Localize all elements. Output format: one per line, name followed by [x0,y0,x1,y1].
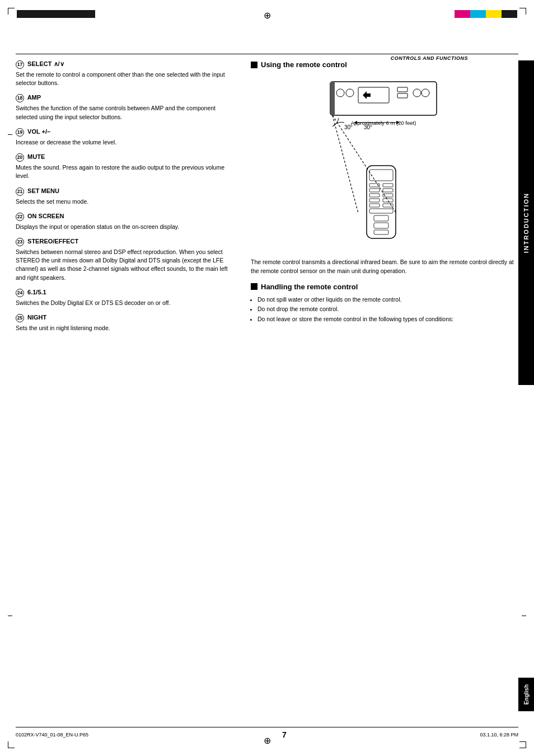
svg-rect-23 [383,189,393,192]
remote-diagram-container: 30° 30° Approximately 6 m (20 feet) [313,73,453,253]
heading-square-icon [251,62,257,68]
main-content: 17 SELECT ∧/∨ Set the remote to control … [16,60,516,722]
english-sidebar: English [518,678,534,711]
introduction-label: INTRODUCTION [523,192,530,253]
circle-20: 20 [16,153,24,162]
circle-22: 22 [16,213,24,221]
svg-rect-9 [330,82,335,115]
svg-rect-27 [383,199,393,202]
svg-point-2 [346,89,354,97]
section-22: 22 ON SCREEN Displays the input or opera… [16,213,234,231]
section-20: 20 MUTE Mutes the sound. Press again to … [16,153,234,180]
svg-rect-19 [369,170,393,181]
handling-bullet-2: Do not drop the remote control. [257,305,516,314]
svg-rect-22 [369,189,380,192]
svg-rect-26 [369,199,380,202]
section-25: 25 NIGHT Sets the unit in night listenin… [16,314,234,332]
section-20-body: Mutes the sound. Press again to restore … [16,163,234,180]
section-17-body: Set the remote to control a component ot… [16,71,234,87]
section-22-body: Displays the input or operation status o… [16,223,234,231]
svg-rect-31 [374,215,388,221]
heading-square-2-icon [251,283,257,290]
handling-bullets-list: Do not spill water or other liquids on t… [251,295,516,324]
english-label: English [523,684,530,705]
section-23-body: Switches between normal stereo and DSP e… [16,248,234,282]
svg-point-7 [413,89,421,97]
svg-point-1 [336,89,344,97]
svg-marker-4 [363,91,371,99]
section-18-title: 18 AMP [16,94,234,102]
right-column: Using the remote control [251,60,516,325]
svg-rect-21 [383,184,393,187]
section-18-body: Switches the function of the same contro… [16,104,234,121]
section-21-body: Selects the set menu mode. [16,198,234,206]
section-21: 21 SET MENU Selects the set menu mode. [16,187,234,206]
svg-rect-24 [369,194,380,197]
footer-page-number: 7 [282,730,287,739]
crosshair-top: ⊕ [264,10,271,21]
circle-23: 23 [16,238,24,246]
header-divider [16,54,518,54]
circle-17: 17 [16,60,24,69]
svg-rect-30 [369,209,393,213]
handling-bullet-3: Do not leave or store the remote control… [257,315,516,324]
svg-rect-0 [330,82,437,115]
circle-19: 19 [16,128,24,137]
using-remote-desc: The remote control transmits a direction… [251,258,516,276]
svg-point-8 [421,89,429,97]
section-22-title: 22 ON SCREEN [16,213,234,221]
right-edge-mark-bottom [522,616,526,616]
left-edge-mark-bottom [8,616,12,616]
handling-bullet-1: Do not spill water or other liquids on t… [257,295,516,304]
section-24-body: Switches the Dolby Digital EX or DTS ES … [16,299,234,307]
section-25-body: Sets the unit in night listening mode. [16,324,234,332]
left-column: 17 SELECT ∧/∨ Set the remote to control … [16,60,234,339]
section-24: 24 6.1/5.1 Switches the Dolby Digital EX… [16,289,234,307]
section-18: 18 AMP Switches the function of the same… [16,94,234,121]
svg-rect-32 [374,223,388,228]
corner-mark-bl [8,741,15,748]
corner-mark-tr [519,8,526,15]
footer-timestamp: 03.1.10, 6:28 PM [480,732,518,738]
section-19-title: 19 VOL +/– [16,128,234,137]
left-edge-mark-top [8,134,12,135]
circle-25: 25 [16,314,24,322]
circle-21: 21 [16,187,24,196]
section-24-title: 24 6.1/5.1 [16,289,234,297]
handling-remote-heading: Handling the remote control [251,283,516,291]
svg-rect-6 [397,93,407,98]
circle-24: 24 [16,289,24,297]
footer-file: 0102RX-V740_01-08_EN-U.P65 [16,732,88,738]
introduction-sidebar: INTRODUCTION [518,60,534,385]
footer: 0102RX-V740_01-08_EN-U.P65 7 03.1.10, 6:… [16,727,518,739]
section-20-title: 20 MUTE [16,153,234,162]
section-17: 17 SELECT ∧/∨ Set the remote to control … [16,60,234,87]
section-21-title: 21 SET MENU [16,187,234,196]
corner-mark-br [519,741,526,748]
using-remote-heading: Using the remote control [251,60,516,69]
corner-mark-tl [8,8,15,15]
color-bar-right [455,10,517,18]
remote-diagram-svg: 30° 30° Approximately 6 m (20 feet) [313,73,453,252]
svg-rect-28 [369,204,380,207]
section-23: 23 STEREO/EFFECT Switches between normal… [16,238,234,282]
svg-rect-33 [374,230,388,234]
section-23-title: 23 STEREO/EFFECT [16,238,234,246]
section-19: 19 VOL +/– Increase or decrease the volu… [16,128,234,147]
section-25-title: 25 NIGHT [16,314,234,322]
color-bar-left [17,10,95,18]
svg-rect-5 [397,87,407,92]
circle-18: 18 [16,94,24,102]
section-19-body: Increase or decrease the volume level. [16,138,234,147]
section-17-title: 17 SELECT ∧/∨ [16,60,234,69]
